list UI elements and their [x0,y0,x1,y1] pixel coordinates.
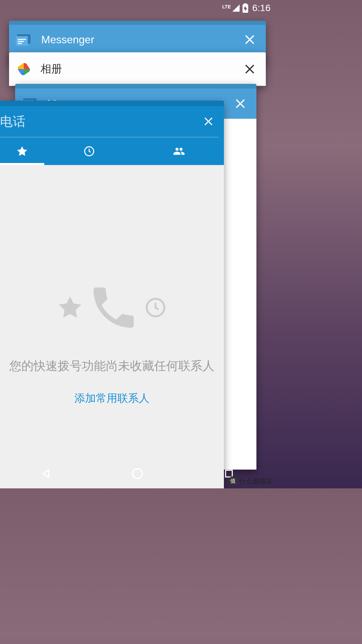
phone-body: 您的快速拨号功能尚未收藏任何联系人 添加常用联系人 [0,165,224,488]
recent-card-photos[interactable]: 相册 [9,52,266,86]
svg-rect-4 [18,43,22,44]
close-icon[interactable] [244,63,256,75]
status-bar: LTE 6:16 [0,0,275,16]
home-button[interactable] [129,465,146,482]
tab-favorites[interactable] [0,138,44,165]
phone-tabs [0,138,224,165]
battery-charging-icon [242,3,248,13]
status-time: 6:16 [252,3,271,13]
svg-rect-3 [18,41,24,42]
tab-indicator [0,163,44,165]
card-title: 相册 [41,62,244,76]
tab-recents[interactable] [44,138,134,165]
photos-app-icon [16,62,31,76]
people-icon [172,145,186,157]
empty-state-illustration [9,281,215,334]
back-button[interactable] [38,465,54,482]
clock-icon [144,296,167,319]
svg-rect-2 [18,39,26,40]
clock-icon [83,145,95,157]
signal-icon [232,4,240,12]
phone-icon [87,281,140,334]
svg-rect-13 [226,470,232,477]
network-label: LTE [222,4,231,9]
watermark-badge: 值 [228,476,238,486]
back-icon [40,468,52,479]
card-title: Messenger [41,34,244,46]
close-icon[interactable] [203,116,214,127]
star-icon [57,294,83,321]
close-icon[interactable] [244,34,256,46]
card-title: 电话 [0,113,25,130]
home-icon [131,467,144,480]
add-contacts-link[interactable]: 添加常用联系人 [9,391,215,406]
messenger-app-icon [16,32,32,48]
star-icon [16,145,28,157]
watermark: 值 什么值得买 [228,476,273,486]
empty-state-text: 您的快速拨号功能尚未收藏任何联系人 [9,358,215,374]
tab-contacts[interactable] [134,138,224,165]
recent-card-phone[interactable]: 电话 您的快速拨号功能尚未收藏任何联系人 添加常用联系人 [0,101,224,488]
watermark-text: 什么值得买 [239,477,273,486]
close-icon[interactable] [234,98,246,110]
svg-point-12 [132,469,142,479]
